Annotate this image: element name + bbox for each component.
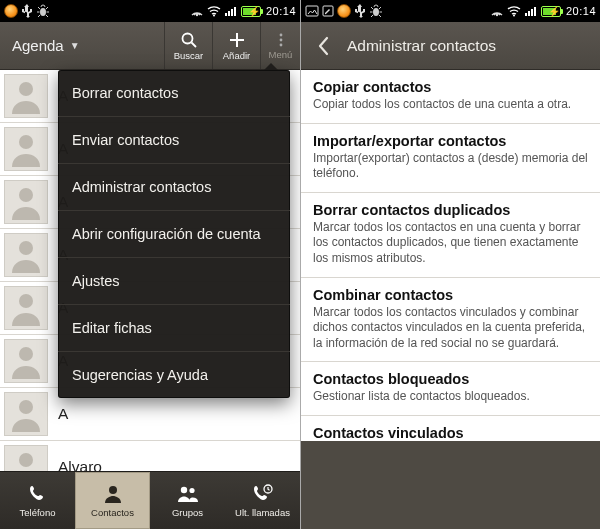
svg-point-20	[19, 400, 33, 414]
svg-point-16	[19, 188, 33, 202]
avatar	[4, 127, 48, 171]
signal-icon	[524, 5, 538, 17]
wifi-icon	[207, 5, 221, 17]
contact-row[interactable]: Alvaro	[0, 441, 300, 471]
menu-item[interactable]: Sugerencias y Ayuda	[58, 352, 290, 398]
settings-item[interactable]: Combinar contactosMarcar todos los conta…	[301, 278, 600, 363]
settings-item-title: Contactos bloqueados	[313, 371, 588, 387]
settings-item-title: Contactos vinculados	[313, 425, 588, 441]
svg-point-21	[19, 453, 33, 467]
svg-point-30	[496, 14, 498, 16]
menu-item[interactable]: Editar fichas	[58, 305, 290, 352]
settings-item[interactable]: Borrar contactos duplicadosMarcar todos …	[301, 193, 600, 278]
svg-point-15	[19, 135, 33, 149]
debug-icon	[36, 4, 50, 18]
svg-rect-33	[528, 11, 530, 16]
menu-item[interactable]: Administrar contactos	[58, 164, 290, 211]
person-icon	[102, 483, 124, 505]
settings-list[interactable]: Copiar contactosCopiar todos los contact…	[301, 70, 600, 441]
avatar	[4, 339, 48, 383]
overflow-menu-popup: Borrar contactosEnviar contactosAdminist…	[58, 70, 290, 398]
svg-point-7	[182, 33, 192, 43]
settings-item-desc: Marcar todos los contactos en una cuenta…	[313, 220, 588, 267]
search-button[interactable]: Buscar	[164, 22, 212, 69]
tab-recents-label: Ult. llamadas	[235, 507, 290, 518]
screenshot-icon	[305, 5, 319, 17]
search-label: Buscar	[174, 50, 204, 61]
svg-point-29	[373, 8, 379, 16]
notification-icon	[337, 4, 351, 18]
phone-clock-icon	[252, 483, 274, 505]
menu-icon	[273, 32, 289, 48]
tab-phone-label: Teléfono	[20, 507, 56, 518]
wifi-icon	[507, 5, 521, 17]
status-bar: ⚡ 20:14	[0, 0, 300, 22]
dropdown-icon: ▼	[70, 40, 80, 51]
tab-contacts-label: Contactos	[91, 507, 134, 518]
svg-rect-6	[234, 7, 236, 16]
add-button[interactable]: Añadir	[212, 22, 260, 69]
notification-icon	[4, 4, 18, 18]
settings-item-desc: Marcar todos los contactos vinculados y …	[313, 305, 588, 352]
app-header: Agenda ▼ Buscar Añadir Menú	[0, 22, 300, 70]
menu-label: Menú	[269, 49, 293, 60]
plus-icon	[228, 31, 246, 49]
svg-point-23	[109, 486, 117, 494]
settings-item-title: Combinar contactos	[313, 287, 588, 303]
back-button[interactable]	[307, 36, 339, 56]
contact-name: Alvaro	[58, 458, 102, 471]
usb-icon	[21, 4, 33, 18]
signal-icon	[224, 5, 238, 17]
menu-item[interactable]: Abrir configuración de cuenta	[58, 211, 290, 258]
screen-manage-contacts: ⚡ 20:14 Administrar contactos Copiar con…	[300, 0, 600, 529]
menu-item[interactable]: Ajustes	[58, 258, 290, 305]
settings-item-title: Borrar contactos duplicados	[313, 202, 588, 218]
settings-item-title: Copiar contactos	[313, 79, 588, 95]
svg-point-25	[189, 488, 194, 493]
svg-point-14	[19, 82, 33, 96]
avatar	[4, 74, 48, 118]
svg-line-8	[191, 42, 196, 47]
status-clock: 20:14	[566, 5, 596, 17]
svg-point-0	[40, 8, 46, 16]
avatar	[4, 180, 48, 224]
battery-icon: ⚡	[541, 6, 561, 17]
avatar	[4, 392, 48, 436]
header-title-dropdown[interactable]: Agenda ▼	[0, 37, 80, 54]
menu-item[interactable]: Enviar contactos	[58, 117, 290, 164]
debug-icon	[369, 4, 383, 18]
menu-item[interactable]: Borrar contactos	[58, 70, 290, 117]
svg-point-1	[196, 14, 198, 16]
screen-contacts: ⚡ 20:14 Agenda ▼ Buscar Añadir Menú AAAA…	[0, 0, 300, 529]
settings-item[interactable]: Importar/exportar contactosImportar(expo…	[301, 124, 600, 193]
bottom-tab-bar: Teléfono Contactos Grupos Ult. llamadas	[0, 471, 300, 529]
menu-button[interactable]: Menú	[260, 22, 300, 69]
chevron-left-icon	[316, 36, 330, 56]
tab-contacts[interactable]: Contactos	[75, 472, 150, 529]
tab-groups[interactable]: Grupos	[150, 472, 225, 529]
svg-point-13	[279, 43, 282, 46]
add-label: Añadir	[223, 50, 250, 61]
search-icon	[180, 31, 198, 49]
battery-icon: ⚡	[241, 6, 261, 17]
tab-recents[interactable]: Ult. llamadas	[225, 472, 300, 529]
settings-item-desc: Copiar todos los contactos de una cuenta…	[313, 97, 588, 113]
status-clock: 20:14	[266, 5, 296, 17]
avatar	[4, 233, 48, 277]
settings-item[interactable]: Copiar contactosCopiar todos los contact…	[301, 70, 600, 124]
svg-rect-5	[231, 9, 233, 16]
svg-rect-3	[225, 13, 227, 16]
svg-point-31	[513, 15, 515, 17]
tab-phone[interactable]: Teléfono	[0, 472, 75, 529]
svg-point-2	[213, 15, 215, 17]
edit-icon	[322, 5, 334, 17]
hotspot-icon	[490, 5, 504, 17]
status-bar: ⚡ 20:14	[301, 0, 600, 22]
svg-point-12	[279, 38, 282, 41]
group-icon	[176, 483, 200, 505]
header-title-text: Agenda	[12, 37, 64, 54]
hotspot-icon	[190, 5, 204, 17]
settings-item[interactable]: Contactos vinculadosMarcar todos los con…	[301, 416, 600, 441]
settings-item[interactable]: Contactos bloqueadosGestionar lista de c…	[301, 362, 600, 416]
footer-area	[301, 441, 600, 529]
